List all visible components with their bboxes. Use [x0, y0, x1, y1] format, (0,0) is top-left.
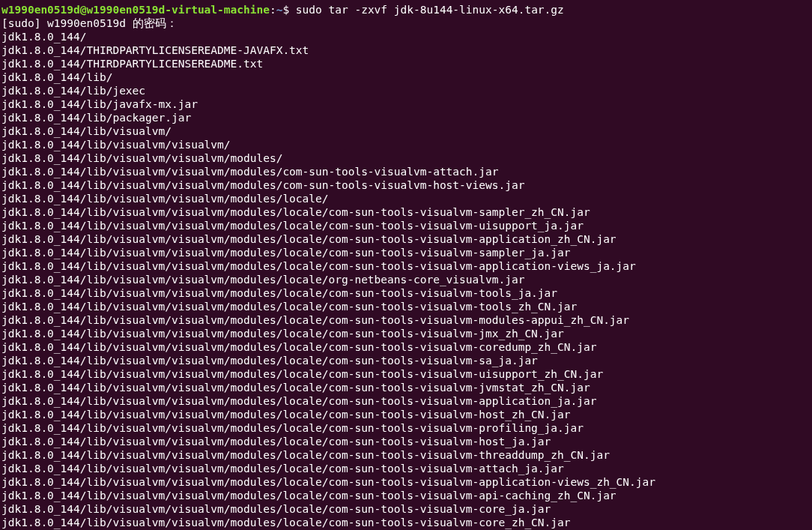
output-line: jdk1.8.0_144/lib/visualvm/visualvm/modul…: [1, 340, 811, 354]
prompt-dollar: $: [282, 4, 295, 16]
output-line: jdk1.8.0_144/lib/visualvm/visualvm/modul…: [1, 354, 811, 367]
output-line: jdk1.8.0_144/lib/visualvm/visualvm/modul…: [1, 408, 811, 421]
output-line: jdk1.8.0_144/lib/visualvm/visualvm/modul…: [1, 462, 811, 475]
output-line: jdk1.8.0_144/lib/visualvm/visualvm/modul…: [1, 219, 811, 232]
output-line: jdk1.8.0_144/lib/packager.jar: [1, 111, 811, 124]
output-line: jdk1.8.0_144/lib/visualvm/: [1, 124, 811, 138]
prompt-line[interactable]: w1990en0519d@w1990en0519d-virtual-machin…: [1, 3, 811, 16]
output-line: jdk1.8.0_144/lib/jexec: [1, 84, 811, 97]
output-line: jdk1.8.0_144/lib/visualvm/visualvm/modul…: [1, 165, 811, 178]
output-line: jdk1.8.0_144/lib/: [1, 70, 811, 84]
output-line: jdk1.8.0_144/lib/visualvm/visualvm/modul…: [1, 300, 811, 313]
output-line: jdk1.8.0_144/lib/visualvm/visualvm/modul…: [1, 313, 811, 327]
output-line: jdk1.8.0_144/lib/visualvm/visualvm/modul…: [1, 273, 811, 286]
output-line: jdk1.8.0_144/lib/javafx-mx.jar: [1, 97, 811, 111]
output-line: jdk1.8.0_144/lib/visualvm/visualvm/modul…: [1, 205, 811, 219]
prompt-colon: :: [270, 4, 276, 16]
output-line: jdk1.8.0_144/lib/visualvm/visualvm/modul…: [1, 421, 811, 435]
command-text: sudo tar -zxvf jdk-8u144-linux-x64.tar.g…: [296, 4, 564, 16]
sudo-prompt: [sudo] w1990en0519d 的密码：: [1, 16, 811, 30]
prompt-userhost: w1990en0519d@w1990en0519d-virtual-machin…: [1, 4, 270, 16]
output-line: jdk1.8.0_144/lib/visualvm/visualvm/modul…: [1, 232, 811, 246]
terminal-window[interactable]: w1990en0519d@w1990en0519d-virtual-machin…: [1, 3, 811, 529]
output-line: jdk1.8.0_144/lib/visualvm/visualvm/modul…: [1, 448, 811, 462]
output-line: jdk1.8.0_144/lib/visualvm/visualvm/modul…: [1, 192, 811, 205]
output-container: jdk1.8.0_144/jdk1.8.0_144/THIRDPARTYLICE…: [1, 30, 811, 529]
output-line: jdk1.8.0_144/lib/visualvm/visualvm/modul…: [1, 367, 811, 381]
output-line: jdk1.8.0_144/lib/visualvm/visualvm/modul…: [1, 286, 811, 300]
output-line: jdk1.8.0_144/: [1, 30, 811, 43]
output-line: jdk1.8.0_144/lib/visualvm/visualvm/modul…: [1, 516, 811, 529]
output-line: jdk1.8.0_144/THIRDPARTYLICENSEREADME.txt: [1, 57, 811, 70]
output-line: jdk1.8.0_144/lib/visualvm/visualvm/: [1, 138, 811, 151]
output-line: jdk1.8.0_144/THIRDPARTYLICENSEREADME-JAV…: [1, 43, 811, 57]
output-line: jdk1.8.0_144/lib/visualvm/visualvm/modul…: [1, 327, 811, 340]
output-line: jdk1.8.0_144/lib/visualvm/visualvm/modul…: [1, 394, 811, 408]
output-line: jdk1.8.0_144/lib/visualvm/visualvm/modul…: [1, 435, 811, 448]
output-line: jdk1.8.0_144/lib/visualvm/visualvm/modul…: [1, 381, 811, 394]
output-line: jdk1.8.0_144/lib/visualvm/visualvm/modul…: [1, 259, 811, 273]
output-line: jdk1.8.0_144/lib/visualvm/visualvm/modul…: [1, 246, 811, 259]
output-line: jdk1.8.0_144/lib/visualvm/visualvm/modul…: [1, 489, 811, 502]
output-line: jdk1.8.0_144/lib/visualvm/visualvm/modul…: [1, 502, 811, 516]
output-line: jdk1.8.0_144/lib/visualvm/visualvm/modul…: [1, 475, 811, 489]
output-line: jdk1.8.0_144/lib/visualvm/visualvm/modul…: [1, 178, 811, 192]
output-line: jdk1.8.0_144/lib/visualvm/visualvm/modul…: [1, 151, 811, 165]
